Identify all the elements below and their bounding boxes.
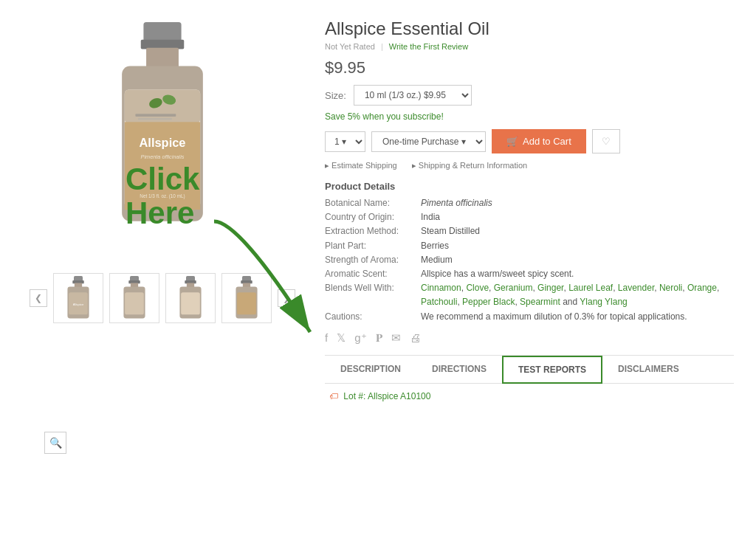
extraction-value: Steam Distilled: [421, 224, 734, 238]
blend-clove[interactable]: Clove: [466, 283, 489, 293]
cautions-key: Cautions:: [325, 310, 421, 324]
main-product-image: Allspice Pimenta officinalis Net 1/3 fl.…: [44, 15, 281, 266]
product-bottle-svg: Allspice Pimenta officinalis Net 1/3 fl.…: [96, 22, 229, 258]
svg-text:Net 1/3 fl. oz. (10 mL): Net 1/3 fl. oz. (10 mL): [140, 193, 185, 199]
thumbnail-3[interactable]: [165, 273, 216, 323]
scent-key: Aromatic Scent:: [325, 267, 421, 281]
svg-rect-10: [138, 118, 172, 120]
blend-ylang-ylang[interactable]: Ylang Ylang: [580, 297, 628, 307]
svg-rect-32: [242, 276, 251, 281]
thumbnail-row: ❮ Allspice: [30, 273, 295, 323]
shipping-row: Estimate Shipping Shipping & Return Info…: [325, 161, 734, 170]
svg-rect-22: [130, 276, 139, 281]
product-detail-table: Botanical Name: Pimenta officinalis Coun…: [325, 196, 734, 324]
tabs-container: DESCRIPTION DIRECTIONS TEST REPORTS DISC…: [325, 355, 734, 409]
add-to-cart-label: Add to Cart: [523, 136, 571, 147]
blend-cinnamon[interactable]: Cinnamon: [421, 283, 461, 293]
thumb-bottle-1: Allspice: [60, 276, 97, 320]
plant-part-key: Plant Part:: [325, 239, 421, 253]
size-select[interactable]: 10 ml (1/3 oz.) $9.95: [354, 85, 472, 106]
svg-rect-16: [74, 276, 83, 281]
svg-rect-9: [135, 114, 176, 117]
tab-disclaimers[interactable]: DISCLAIMERS: [602, 356, 695, 384]
detail-row-strength: Strength of Aroma: Medium: [325, 253, 734, 267]
blend-orange[interactable]: Orange: [687, 283, 717, 293]
detail-row-plant-part: Plant Part: Berries: [325, 239, 734, 253]
product-title: Allspice Essential Oil: [325, 18, 734, 39]
thumb-bottle-4: [228, 276, 265, 320]
thumbnail-2[interactable]: [109, 273, 159, 323]
plant-part-value: Berries: [421, 239, 734, 253]
blend-patchouli[interactable]: Patchouli: [421, 297, 457, 307]
tab-test-reports[interactable]: TEST REPORTS: [502, 356, 602, 384]
svg-rect-3: [146, 48, 179, 68]
thumbnail-4[interactable]: [221, 273, 272, 323]
blends-value: Cinnamon, Clove, Geranium, Ginger, Laure…: [421, 281, 734, 309]
cart-icon: 🛒: [506, 136, 518, 147]
country-key: Country of Origin:: [325, 210, 421, 224]
purchase-type-select[interactable]: One-time Purchase ▾: [371, 131, 486, 152]
thumb-prev-button[interactable]: ❮: [30, 289, 47, 307]
blend-neroli[interactable]: Neroli: [659, 283, 682, 293]
email-icon[interactable]: ✉: [391, 331, 401, 345]
thumb-bottle-3: [172, 276, 209, 320]
subscribe-text: Save 5% when you subscribe!: [325, 111, 734, 122]
detail-row-country: Country of Origin: India: [325, 210, 734, 224]
tab-description[interactable]: DESCRIPTION: [325, 356, 416, 384]
botanical-key: Botanical Name:: [325, 196, 421, 210]
size-label: Size:: [325, 90, 346, 101]
country-value: India: [421, 210, 734, 224]
thumb-next-button[interactable]: ❯: [278, 289, 295, 307]
svg-text:Pimenta officinalis: Pimenta officinalis: [141, 153, 185, 160]
twitter-icon[interactable]: 𝕏: [337, 331, 346, 345]
blends-key: Blends Well With:: [325, 281, 421, 309]
add-to-cart-button[interactable]: 🛒 Add to Cart: [492, 129, 586, 153]
thumbnail-1[interactable]: Allspice: [53, 273, 103, 323]
strength-key: Strength of Aroma:: [325, 253, 421, 267]
wishlist-button[interactable]: ♡: [592, 129, 620, 153]
rating-text: Not Yet Rated: [325, 42, 375, 51]
rating-row: Not Yet Rated | Write the First Review: [325, 42, 734, 51]
detail-row-scent: Aromatic Scent: Allspice has a warm/swee…: [325, 267, 734, 281]
googleplus-icon[interactable]: g⁺: [354, 331, 366, 345]
separator: |: [381, 42, 383, 51]
quantity-select[interactable]: 1 ▾: [325, 131, 365, 152]
print-icon[interactable]: 🖨: [410, 331, 421, 344]
svg-rect-31: [181, 292, 200, 314]
blend-laurel-leaf[interactable]: Laurel Leaf: [568, 283, 613, 293]
svg-rect-36: [237, 292, 256, 314]
detail-row-cautions: Cautions: We recommend a maximum dilutio…: [325, 310, 734, 324]
svg-rect-27: [186, 276, 195, 281]
blend-spearmint[interactable]: Spearmint: [520, 297, 560, 307]
detail-row-extraction: Extraction Method: Steam Distilled: [325, 224, 734, 238]
social-row: f 𝕏 g⁺ 𝐏 ✉ 🖨: [325, 331, 734, 345]
tabs-row: DESCRIPTION DIRECTIONS TEST REPORTS DISC…: [325, 356, 734, 384]
lot-link[interactable]: 🏷 Lot #: Allspice A10100: [329, 391, 430, 401]
product-details-section: Allspice Essential Oil Not Yet Rated | W…: [325, 15, 734, 520]
magnify-button[interactable]: 🔍: [44, 432, 66, 454]
blend-lavender[interactable]: Lavender: [618, 283, 654, 293]
write-review-link[interactable]: Write the First Review: [389, 42, 468, 51]
product-images-section: ClickHere: [22, 15, 303, 520]
thumb-bottle-2: [116, 276, 153, 320]
svg-text:Allspice: Allspice: [73, 303, 84, 306]
facebook-icon[interactable]: f: [325, 331, 328, 344]
tab-directions[interactable]: DIRECTIONS: [416, 356, 502, 384]
blend-pepper-black[interactable]: Pepper Black: [462, 297, 515, 307]
pinterest-icon[interactable]: 𝐏: [376, 331, 382, 345]
estimate-shipping-link[interactable]: Estimate Shipping: [325, 161, 397, 170]
shipping-return-link[interactable]: Shipping & Return Information: [412, 161, 527, 170]
strength-value: Medium: [421, 253, 734, 267]
blend-ginger[interactable]: Ginger: [537, 283, 563, 293]
detail-row-blends: Blends Well With: Cinnamon, Clove, Geran…: [325, 281, 734, 309]
add-to-cart-row: 1 ▾ One-time Purchase ▾ 🛒 Add to Cart ♡: [325, 129, 734, 153]
botanical-value: Pimenta officinalis: [421, 196, 734, 210]
product-price: $9.95: [325, 58, 734, 77]
svg-rect-1: [143, 22, 181, 42]
tab-content-area: 🏷 Lot #: Allspice A10100: [325, 384, 734, 409]
blend-geranium[interactable]: Geranium: [494, 283, 533, 293]
svg-rect-26: [125, 292, 144, 314]
cautions-value: We recommend a maximum dilution of 0.3% …: [421, 310, 734, 324]
product-details-title: Product Details: [325, 181, 734, 192]
size-row: Size: 10 ml (1/3 oz.) $9.95: [325, 85, 734, 106]
